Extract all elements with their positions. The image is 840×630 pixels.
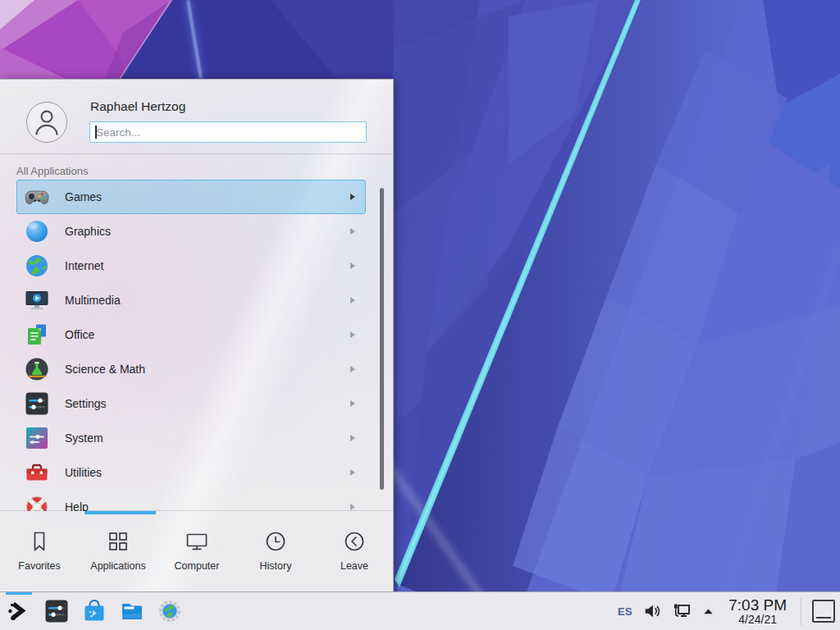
category-item-utilities[interactable]: Utilities bbox=[16, 455, 366, 490]
category-label: Graphics bbox=[65, 225, 111, 238]
history-icon bbox=[263, 529, 288, 554]
desktop: Raphael Hertzog All Applications GamesGr… bbox=[0, 0, 840, 630]
active-task-indicator bbox=[6, 592, 32, 595]
submenu-arrow-icon bbox=[350, 400, 355, 407]
volume-icon[interactable] bbox=[643, 602, 661, 620]
submenu-arrow-icon bbox=[350, 194, 355, 200]
leave-icon bbox=[342, 529, 367, 554]
submenu-arrow-icon bbox=[350, 469, 355, 476]
tab-label: Leave bbox=[340, 560, 368, 572]
search-box[interactable] bbox=[89, 121, 367, 143]
category-list: GamesGraphicsInternetMultimediaOfficeSci… bbox=[0, 180, 394, 511]
tab-label: Favorites bbox=[18, 560, 60, 572]
tab-history[interactable]: History bbox=[236, 510, 315, 592]
clock-date: 4/24/21 bbox=[738, 614, 777, 626]
tab-label: Applications bbox=[90, 560, 145, 572]
category-label: Games bbox=[65, 190, 102, 203]
office-icon bbox=[24, 322, 50, 348]
category-item-internet[interactable]: Internet bbox=[16, 249, 366, 283]
tab-label: Computer bbox=[175, 560, 220, 572]
user-name: Raphael Hertzog bbox=[90, 99, 185, 114]
tab-applications[interactable]: Applications bbox=[79, 510, 158, 592]
games-icon bbox=[24, 184, 50, 210]
category-label: System bbox=[65, 431, 103, 445]
system-settings-button[interactable] bbox=[43, 598, 70, 624]
tab-favorites[interactable]: Favorites bbox=[0, 510, 79, 592]
category-item-settings[interactable]: Settings bbox=[16, 386, 366, 421]
applications-icon bbox=[106, 529, 130, 554]
tab-computer[interactable]: Computer bbox=[158, 510, 236, 592]
submenu-arrow-icon bbox=[350, 228, 355, 235]
system-icon bbox=[24, 425, 50, 451]
file-manager-button[interactable] bbox=[119, 598, 145, 624]
folder-icon bbox=[119, 598, 145, 624]
category-item-games[interactable]: Games bbox=[16, 180, 366, 214]
system-tray: ES 7:03 PM 4/24/21 bbox=[618, 597, 840, 626]
science-icon bbox=[24, 356, 50, 382]
keyboard-layout-indicator[interactable]: ES bbox=[618, 605, 632, 618]
category-label: Internet bbox=[65, 259, 103, 272]
category-item-system[interactable]: System bbox=[16, 421, 366, 455]
tray-expander-icon[interactable] bbox=[702, 605, 714, 618]
show-desktop-button[interactable] bbox=[812, 600, 835, 623]
submenu-arrow-icon bbox=[350, 262, 355, 269]
submenu-arrow-icon bbox=[350, 435, 355, 441]
category-label: Settings bbox=[65, 397, 107, 410]
search-input[interactable] bbox=[90, 122, 366, 142]
settings-icon bbox=[43, 598, 70, 624]
section-label: All Applications bbox=[16, 165, 88, 177]
category-label: Utilities bbox=[65, 466, 102, 479]
submenu-arrow-icon bbox=[350, 297, 355, 304]
category-item-graphics[interactable]: Graphics bbox=[16, 214, 366, 249]
tab-leave[interactable]: Leave bbox=[315, 510, 394, 592]
category-label: Multimedia bbox=[65, 294, 121, 307]
tab-label: History bbox=[260, 560, 292, 572]
submenu-arrow-icon bbox=[350, 331, 355, 338]
clock[interactable]: 7:03 PM 4/24/21 bbox=[728, 597, 787, 626]
favorites-icon bbox=[27, 529, 52, 554]
submenu-arrow-icon bbox=[350, 366, 355, 372]
application-launcher-menu: Raphael Hertzog All Applications GamesGr… bbox=[0, 79, 394, 591]
category-label: Science & Math bbox=[65, 363, 145, 376]
category-label: Office bbox=[65, 328, 94, 341]
scrollbar-thumb[interactable] bbox=[380, 188, 384, 490]
desktop-icon bbox=[816, 617, 831, 619]
help-icon bbox=[24, 494, 50, 511]
tray-separator bbox=[801, 597, 801, 625]
web-browser-button[interactable] bbox=[157, 598, 183, 624]
network-icon[interactable] bbox=[672, 601, 692, 621]
submenu-arrow-icon bbox=[350, 504, 355, 510]
utilities-icon bbox=[24, 459, 50, 486]
multimedia-icon bbox=[24, 287, 50, 313]
web-browser-icon bbox=[157, 598, 183, 624]
category-item-help[interactable]: Help bbox=[16, 490, 366, 511]
kickoff-icon bbox=[6, 598, 32, 624]
avatar[interactable] bbox=[26, 102, 67, 143]
discover-button[interactable] bbox=[81, 598, 107, 624]
internet-icon bbox=[24, 253, 50, 279]
app-launcher-button[interactable] bbox=[6, 598, 32, 624]
clock-time: 7:03 PM bbox=[728, 597, 787, 614]
discover-icon bbox=[81, 598, 107, 624]
taskbar: ES 7:03 PM 4/24/21 bbox=[0, 591, 840, 630]
category-item-multimedia[interactable]: Multimedia bbox=[16, 283, 366, 317]
settings-icon bbox=[24, 390, 50, 417]
text-cursor bbox=[95, 126, 97, 139]
graphics-icon bbox=[24, 218, 50, 244]
category-item-science-math[interactable]: Science & Math bbox=[16, 352, 366, 386]
computer-icon bbox=[185, 529, 209, 554]
category-item-office[interactable]: Office bbox=[16, 317, 366, 352]
header-divider bbox=[0, 153, 393, 154]
user-icon bbox=[31, 107, 62, 138]
tab-bar: FavoritesApplicationsComputerHistoryLeav… bbox=[0, 510, 394, 592]
